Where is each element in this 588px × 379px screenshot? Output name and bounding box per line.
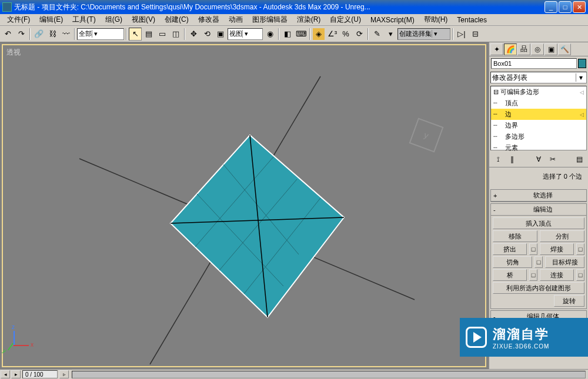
target-weld-button[interactable]: 目标焊接 (545, 256, 584, 268)
configure-sets-button[interactable]: ▤ (574, 154, 584, 165)
minimize-button[interactable]: _ (544, 1, 557, 13)
next-frame-button[interactable]: ▸ (11, 370, 21, 378)
menu-views[interactable]: 视图(V) (127, 14, 160, 26)
scene-render: y (3, 45, 485, 366)
chamfer-button[interactable]: 切角 (493, 256, 532, 268)
named-sel-dropdown-button[interactable]: ▾ (384, 28, 397, 41)
edit-named-sel-button[interactable]: ✎ (370, 28, 383, 41)
command-panel-tabs: ✦ 🌈 品 ◎ ▣ 🔨 (489, 42, 588, 56)
select-scale-button[interactable]: ▣ (214, 28, 227, 41)
menu-group[interactable]: 组(G) (101, 14, 127, 26)
stack-root[interactable]: ⊟ 可编辑多边形 ◁ (491, 86, 586, 98)
connect-button[interactable]: 连接 (540, 269, 574, 281)
keyboard-shortcut-button[interactable]: ⌨ (295, 28, 308, 41)
keyframe-button[interactable]: ▹ (59, 370, 69, 378)
named-sel-set-combo[interactable]: 创建选择集 ▾ (397, 28, 450, 40)
bridge-button[interactable]: 桥 (493, 269, 527, 281)
subobj-edge[interactable]: ┈边◁ (491, 109, 586, 120)
menu-modifiers[interactable]: 修改器 (193, 14, 224, 26)
window-crossing-button[interactable]: ◫ (169, 28, 182, 41)
display-tab[interactable]: ▣ (544, 43, 557, 55)
stack-root-label: 可编辑多边形 (500, 88, 539, 96)
close-button[interactable]: ✕ (573, 1, 586, 13)
create-tab[interactable]: ✦ (490, 43, 503, 55)
modifier-stack[interactable]: ⊟ 可编辑多边形 ◁ ┈顶点 ┈边◁ ┈边界 ┈多边形 ┈元素 (490, 86, 587, 150)
insert-vertex-button[interactable]: 插入顶点 (493, 217, 584, 229)
extrude-settings-button[interactable]: □ (529, 243, 537, 255)
bridge-settings-button[interactable]: □ (529, 269, 537, 281)
mirror-button[interactable]: ▷| (455, 28, 468, 41)
weld-button[interactable]: 焊接 (540, 243, 574, 255)
chevron-down-icon: ▾ (92, 30, 99, 38)
connect-settings-button[interactable]: □ (576, 269, 584, 281)
main-toolbar: ↶ ↷ 🔗 ⛓ 〰 全部 ▾ ↖ ▤ ▭ ◫ ✥ ⟲ ▣ 视图 ▾ ◉ ◧ ⌨ … (0, 26, 588, 42)
modifier-list-combo[interactable]: 修改器列表 ▾ (490, 72, 587, 83)
bind-spacewarp-button[interactable]: 〰 (59, 28, 72, 41)
menu-customize[interactable]: 自定义(U) (325, 14, 366, 26)
time-slider[interactable] (72, 371, 586, 378)
menu-help[interactable]: 帮助(H) (419, 14, 453, 26)
object-color-swatch[interactable] (578, 59, 586, 68)
play-icon (466, 327, 487, 348)
menu-rendering[interactable]: 渲染(R) (292, 14, 326, 26)
subobj-vertex[interactable]: ┈顶点 (491, 98, 586, 109)
prev-frame-button[interactable]: ◂ (1, 370, 10, 378)
motion-tab[interactable]: ◎ (531, 43, 544, 55)
menu-create[interactable]: 创建(C) (160, 14, 193, 26)
hierarchy-tab[interactable]: 品 (517, 43, 530, 55)
modify-tab[interactable]: 🌈 (504, 43, 517, 55)
snap-toggle-button[interactable]: ◈ (312, 28, 325, 41)
undo-button[interactable]: ↶ (1, 28, 14, 41)
rollout-edit-edges: -编辑边 插入顶点 移除 分割 挤出 □ 焊接 □ 切角 □ (490, 203, 587, 309)
remove-button[interactable]: 移除 (493, 230, 537, 242)
frame-counter: 0 / 100 (22, 370, 58, 378)
watermark-sub: ZIXUE.3D66.COM (493, 343, 549, 350)
subobj-polygon[interactable]: ┈多边形 (491, 131, 586, 142)
rollout-soft-selection-header[interactable]: +软选择 (491, 190, 586, 202)
menubar: 文件(F) 编辑(E) 工具(T) 组(G) 视图(V) 创建(C) 修改器 动… (0, 14, 588, 26)
rollout-edit-edges-header[interactable]: -编辑边 (491, 204, 586, 216)
menu-tools[interactable]: 工具(T) (68, 14, 100, 26)
modifier-list-label: 修改器列表 (492, 73, 527, 83)
pin-stack-button[interactable]: ⟟ (493, 154, 503, 165)
ref-coord-combo[interactable]: 视图 ▾ (228, 28, 263, 40)
weld-settings-button[interactable]: □ (576, 243, 584, 255)
selection-filter-combo[interactable]: 全部 ▾ (77, 28, 124, 40)
maximize-button[interactable]: □ (559, 1, 572, 13)
select-manipulate-button[interactable]: ◧ (281, 28, 294, 41)
selection-filter-value: 全部 (79, 29, 92, 38)
rotate-button[interactable]: 旋转 (554, 295, 584, 307)
unlink-button[interactable]: ⛓ (46, 28, 59, 41)
menu-edit[interactable]: 编辑(E) (35, 14, 68, 26)
select-by-name-button[interactable]: ▤ (142, 28, 155, 41)
show-end-result-button[interactable]: ‖ (507, 154, 517, 165)
selection-status: 选择了 0 个边 (490, 169, 587, 188)
menu-animation[interactable]: 动画 (224, 14, 248, 26)
percent-snap-button[interactable]: % (339, 28, 352, 41)
utilities-tab[interactable]: 🔨 (558, 43, 571, 55)
menu-tentacles[interactable]: Tentacles (452, 15, 492, 25)
pivot-center-button[interactable]: ◉ (263, 28, 276, 41)
redo-button[interactable]: ↷ (15, 28, 28, 41)
select-object-button[interactable]: ↖ (129, 28, 142, 41)
align-button[interactable]: ⊟ (469, 28, 482, 41)
link-button[interactable]: 🔗 (32, 28, 45, 41)
perspective-viewport[interactable]: 透视 y (2, 44, 486, 367)
select-rotate-button[interactable]: ⟲ (201, 28, 213, 41)
extrude-button[interactable]: 挤出 (493, 243, 527, 255)
spinner-snap-button[interactable]: ⟳ (353, 28, 366, 41)
subobj-border[interactable]: ┈边界 (491, 120, 586, 131)
chamfer-settings-button[interactable]: □ (534, 256, 543, 268)
remove-modifier-button[interactable]: ✂ (547, 154, 558, 165)
make-unique-button[interactable]: ∀ (533, 154, 544, 165)
menu-file[interactable]: 文件(F) (2, 14, 35, 26)
menu-grapheditors[interactable]: 图形编辑器 (248, 14, 292, 26)
menu-maxscript[interactable]: MAXScript(M) (366, 15, 419, 25)
object-name-input[interactable] (491, 58, 577, 69)
select-region-button[interactable]: ▭ (156, 28, 169, 41)
split-button[interactable]: 分割 (540, 230, 584, 242)
angle-snap-button[interactable]: ∠³ (326, 28, 339, 41)
select-move-button[interactable]: ✥ (187, 28, 200, 41)
window-title: 无标题 - 项目文件夹: C:\Documents and Settings\q… (14, 2, 544, 12)
create-shape-button[interactable]: 利用所选内容创建图形 (493, 282, 584, 294)
